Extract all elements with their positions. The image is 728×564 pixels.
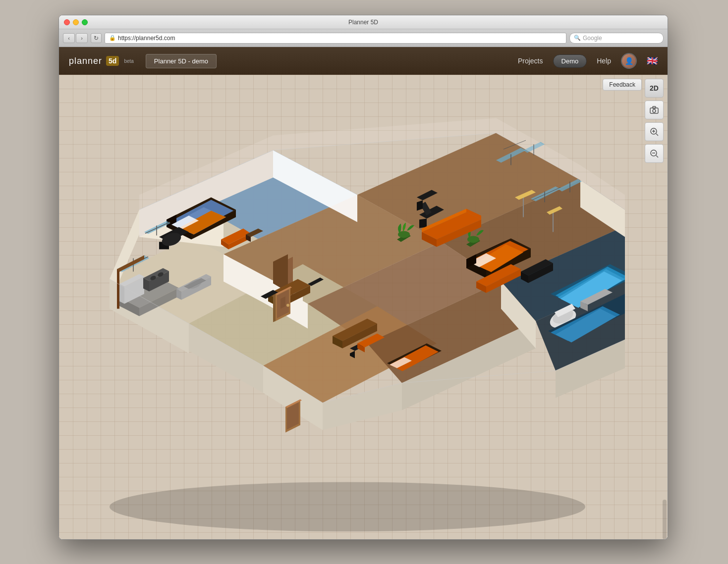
floor-plan: [80, 101, 625, 531]
project-tab[interactable]: Planner 5D - demo: [146, 54, 217, 68]
camera-button[interactable]: [645, 101, 664, 119]
search-icon: 🔍: [574, 35, 581, 41]
svg-line-6: [656, 134, 658, 136]
svg-point-10: [110, 482, 585, 531]
svg-point-159: [286, 304, 289, 307]
svg-rect-2: [653, 106, 656, 108]
maximize-button[interactable]: [82, 19, 88, 25]
back-button[interactable]: ‹: [63, 33, 75, 43]
svg-marker-155: [273, 294, 276, 322]
user-avatar[interactable]: 👤: [621, 53, 637, 69]
minimize-button[interactable]: [73, 19, 79, 25]
feedback-button[interactable]: Feedback: [603, 79, 642, 91]
scroll-indicator: [663, 500, 667, 539]
demo-button[interactable]: Demo: [553, 54, 587, 68]
svg-marker-60: [419, 218, 427, 228]
browser-window: Planner 5D ‹ › ↻ 🔒 https://planner5d.com…: [58, 15, 668, 540]
svg-point-1: [653, 109, 656, 112]
logo-box: 5d: [106, 56, 119, 66]
search-field[interactable]: 🔍 Google: [569, 33, 664, 44]
url-text: https://planner5d.com: [118, 35, 175, 42]
right-toolbar: 2D: [645, 79, 664, 163]
logo-area: planner 5d beta: [69, 56, 134, 66]
search-placeholder: Google: [583, 35, 602, 42]
close-button[interactable]: [64, 19, 70, 25]
url-bar: ‹ › ↻ 🔒 https://planner5d.com 🔍 Google: [59, 29, 668, 47]
projects-link[interactable]: Projects: [518, 57, 543, 65]
2d-button[interactable]: 2D: [645, 79, 664, 98]
language-flag[interactable]: 🇬🇧: [647, 55, 658, 66]
help-link[interactable]: Help: [597, 57, 611, 65]
svg-line-9: [656, 155, 658, 157]
nav-buttons: ‹ ›: [63, 33, 88, 43]
title-bar: Planner 5D: [59, 15, 668, 29]
canvas-area[interactable]: Feedback 2D: [59, 75, 668, 540]
forward-button[interactable]: ›: [76, 33, 88, 43]
window-title: Planner 5D: [348, 19, 378, 26]
header-nav: Projects Demo Help 👤 🇬🇧: [518, 53, 658, 69]
logo-text: planner: [69, 56, 102, 66]
reload-button[interactable]: ↻: [91, 33, 102, 43]
beta-badge: beta: [124, 58, 133, 64]
url-field[interactable]: 🔒 https://planner5d.com: [105, 33, 566, 44]
traffic-lights: [64, 19, 88, 25]
zoom-out-button[interactable]: [645, 144, 664, 163]
lock-icon: 🔒: [109, 35, 116, 41]
zoom-in-button[interactable]: [645, 122, 664, 141]
app-header: planner 5d beta Planner 5D - demo Projec…: [59, 47, 668, 75]
svg-marker-100: [117, 269, 119, 308]
